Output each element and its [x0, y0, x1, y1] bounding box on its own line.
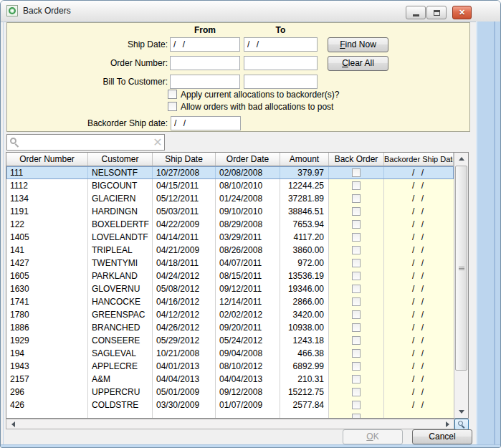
table-row[interactable]: 426 COLDSTRE 03/30/2009 01/07/2009 2577.…: [6, 399, 454, 411]
column-header-ship-date[interactable]: Ship Date: [153, 153, 216, 166]
back-order-checkbox[interactable]: [352, 401, 361, 409]
cancel-button[interactable]: Cancel: [412, 429, 472, 444]
back-order-checkbox[interactable]: [352, 388, 361, 396]
back-order-checkbox[interactable]: [352, 414, 361, 418]
table-row[interactable]: 1929 CONSEERE 05/29/2012 05/24/2012 1243…: [6, 334, 454, 347]
column-header-amount[interactable]: Amount: [280, 153, 329, 166]
cell-customer: SAGLEVAL: [88, 347, 153, 360]
grid-search-button[interactable]: [454, 419, 469, 430]
find-now-button[interactable]: Find Now: [328, 37, 388, 52]
table-row[interactable]: 1741 HANCOCKE 04/16/2012 12/14/2011 2866…: [6, 295, 454, 308]
back-order-checkbox[interactable]: [352, 349, 361, 358]
ship-date-from-input[interactable]: [170, 37, 240, 52]
cell-order-number: [6, 411, 88, 418]
back-order-checkbox[interactable]: [352, 285, 361, 293]
cell-backorder-ship-date: / /: [384, 321, 454, 334]
clear-all-button[interactable]: Clear All: [328, 56, 388, 71]
table-row[interactable]: 194 SAGLEVAL 10/21/2008 09/04/2008 466.3…: [6, 347, 454, 360]
cell-order-date: 12/14/2011: [216, 295, 280, 308]
bill-to-customer-from-input[interactable]: [170, 75, 240, 89]
column-header-back-order[interactable]: Back Order: [329, 153, 384, 166]
order-number-to-input[interactable]: [244, 56, 318, 70]
table-body: 111 NELSONTF 10/27/2008 02/08/2008 379.9…: [6, 166, 454, 418]
table-row[interactable]: 1943 APPLECRE 04/01/2013 08/10/2012 6892…: [6, 360, 454, 373]
titlebar[interactable]: Back Orders ✕: [1, 1, 500, 22]
back-order-checkbox[interactable]: [352, 375, 361, 383]
maximize-button[interactable]: [426, 6, 447, 19]
back-order-checkbox[interactable]: [352, 362, 361, 371]
table-row[interactable]: [6, 411, 454, 418]
back-order-checkbox[interactable]: [352, 168, 361, 177]
bill-to-customer-to-input[interactable]: [244, 75, 318, 89]
order-number-from-input[interactable]: [170, 56, 240, 70]
back-order-checkbox[interactable]: [352, 233, 361, 242]
table-row[interactable]: 141 TRIPLEAL 04/21/2009 08/26/2008 3860.…: [6, 244, 454, 257]
scroll-right-button[interactable]: [442, 419, 453, 429]
maximize-icon: [434, 10, 440, 16]
back-order-checkbox[interactable]: [352, 246, 361, 254]
ship-date-label: Ship Date:: [7, 37, 168, 52]
table-row[interactable]: 2157 A&M 04/04/2013 04/04/2013 210.31 / …: [6, 373, 454, 386]
table-row[interactable]: 1605 PARKLAND 04/24/2012 08/15/2011 1353…: [6, 270, 454, 282]
cell-customer: HARDINGN: [88, 205, 153, 218]
minimize-icon: [413, 14, 419, 16]
scroll-down-button[interactable]: [454, 406, 468, 418]
search-clear-icon[interactable]: ✕: [151, 137, 164, 148]
cell-ship-date: [153, 411, 216, 418]
search-input[interactable]: [21, 135, 151, 150]
table-row[interactable]: 1780 GREENSPAC 04/12/2012 02/02/2012 342…: [6, 308, 454, 321]
cell-order-number: 1134: [6, 192, 88, 205]
back-order-checkbox[interactable]: [352, 181, 361, 190]
close-button[interactable]: ✕: [452, 6, 472, 19]
table-row[interactable]: 111 NELSONTF 10/27/2008 02/08/2008 379.9…: [6, 166, 454, 179]
back-order-checkbox[interactable]: [352, 272, 361, 280]
apply-allocations-checkbox[interactable]: [168, 90, 177, 99]
scrollbar-grip-icon: [459, 267, 464, 270]
table-row[interactable]: 1112 BIGCOUNT 04/15/2011 08/10/2010 1224…: [6, 179, 454, 192]
back-order-checkbox[interactable]: [352, 336, 361, 345]
cell-customer: BRANCHED: [88, 321, 153, 334]
cell-backorder-ship-date: / /: [384, 386, 454, 399]
back-order-checkbox[interactable]: [352, 207, 361, 216]
ok-button[interactable]: OK: [343, 429, 403, 444]
vertical-scrollbar[interactable]: [454, 153, 468, 418]
scroll-right-icon: [446, 421, 449, 427]
column-header-backorder-ship-date[interactable]: Backorder Ship Date: [384, 153, 454, 166]
cell-order-number: 1630: [6, 282, 88, 295]
minimize-button[interactable]: [406, 6, 426, 19]
horizontal-scrollbar[interactable]: [6, 419, 454, 429]
back-order-checkbox[interactable]: [352, 310, 361, 319]
allow-bad-allocations-checkbox[interactable]: [168, 102, 177, 111]
cell-ship-date: 04/26/2012: [153, 321, 216, 334]
table-row[interactable]: 1191 HARDINGN 05/03/2011 09/10/2010 3884…: [6, 205, 454, 218]
back-order-checkbox[interactable]: [352, 323, 361, 332]
table-row[interactable]: 1405 LOVELANDTF 04/14/2011 03/29/2011 41…: [6, 231, 454, 244]
cell-backorder-ship-date: / /: [384, 192, 454, 205]
table-row[interactable]: 1886 BRANCHED 04/26/2012 09/20/2011 1093…: [6, 321, 454, 334]
column-header-order-number[interactable]: Order Number: [6, 153, 88, 166]
scrollbar-thumb[interactable]: [455, 166, 467, 371]
scroll-down-icon: [459, 410, 464, 414]
table-row[interactable]: 1427 TWENTYMI 04/18/2011 04/07/2011 972.…: [6, 257, 454, 270]
backorder-ship-date-input[interactable]: [171, 116, 241, 130]
column-header-customer[interactable]: Customer: [88, 153, 153, 166]
back-order-checkbox[interactable]: [352, 220, 361, 229]
back-order-checkbox[interactable]: [352, 194, 361, 203]
table-row[interactable]: 296 UPPERCRU 05/01/2009 09/12/2008 15212…: [6, 386, 454, 399]
cell-back-order: [329, 295, 384, 308]
cell-order-date: 04/04/2013: [216, 373, 280, 386]
cell-customer: PARKLAND: [88, 270, 153, 282]
cell-order-date: 09/12/2011: [216, 282, 280, 295]
cell-backorder-ship-date: / /: [384, 166, 454, 179]
table-row[interactable]: 1630 GLOVERNU 05/08/2012 09/12/2011 1934…: [6, 282, 454, 295]
scroll-left-button[interactable]: [7, 419, 19, 429]
back-order-checkbox[interactable]: [352, 297, 361, 306]
cell-amount: 13536.19: [280, 270, 329, 282]
back-order-checkbox[interactable]: [352, 259, 361, 267]
table-row[interactable]: 1134 GLACIERN 05/12/2011 01/24/2008 3728…: [6, 192, 454, 205]
ship-date-to-input[interactable]: [244, 37, 318, 52]
table-row[interactable]: 122 BOXELDERTF 04/22/2009 08/29/2008 765…: [6, 218, 454, 231]
cell-customer: TRIPLEAL: [88, 244, 153, 257]
scroll-up-button[interactable]: [454, 153, 468, 165]
column-header-order-date[interactable]: Order Date: [216, 153, 280, 166]
